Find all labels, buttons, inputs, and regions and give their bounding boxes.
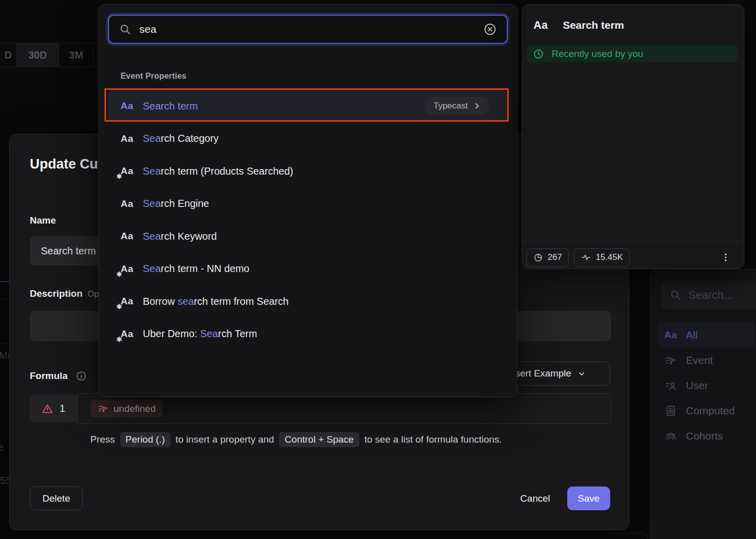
text-type-icon-custom: Aa✱	[121, 329, 136, 340]
event-icon	[664, 354, 678, 366]
cancel-button[interactable]: Cancel	[520, 493, 550, 504]
property-row-search-category[interactable]: Aa Search Category	[108, 123, 508, 155]
custom-property-star: ✱	[117, 336, 122, 343]
custom-property-star: ✱	[117, 303, 122, 310]
search-query: sea	[139, 23, 483, 35]
volume-value: 15.45K	[596, 252, 623, 262]
property-row-search-engine[interactable]: Aa Search Engine	[108, 188, 508, 221]
filter-item-event[interactable]: Event	[658, 348, 755, 373]
filter-label: User	[686, 380, 708, 392]
text-type-icon: Aa	[664, 330, 678, 341]
property-row-search-term-products[interactable]: Aa✱ Search term (Products Searched)	[108, 155, 508, 188]
volume-chip[interactable]: 15.45K	[574, 248, 630, 267]
filter-item-all[interactable]: Aa All	[658, 322, 755, 348]
time-range-3m[interactable]: 3M	[59, 43, 94, 67]
property-label: Search Category	[143, 133, 495, 144]
filter-item-computed[interactable]: Computed	[658, 398, 755, 423]
text-type-icon-custom: Aa✱	[121, 166, 136, 177]
property-filter-sidebar: Search... Aa All Event User	[650, 269, 756, 539]
recently-used-badge: Recently used by you	[526, 45, 737, 62]
modal-title: Update Cu	[30, 156, 98, 172]
name-label: Name	[30, 215, 56, 226]
search-icon	[119, 23, 131, 35]
property-search-input[interactable]: sea	[108, 15, 508, 44]
time-range-bar: D 30D 3M	[0, 43, 98, 67]
property-label: Borrow search term from Search	[143, 296, 495, 307]
typecast-button[interactable]: Typecast	[424, 97, 490, 115]
property-title: Search term	[563, 19, 624, 31]
property-type-filters: Aa All Event User Computed	[658, 322, 755, 449]
modal-footer: Delete Cancel Save	[30, 487, 610, 510]
divider	[522, 241, 744, 242]
filter-label: All	[686, 329, 697, 341]
section-header: Event Properties	[121, 72, 186, 81]
kbd-period: Period (.)	[120, 432, 171, 447]
property-detail-panel: Aa Search term Recently used by you 267 …	[522, 4, 744, 269]
formula-editor[interactable]: undefined	[77, 393, 611, 424]
sidebar-search-input[interactable]: Search...	[662, 281, 756, 309]
property-label: Uber Demo: Search Term	[143, 328, 495, 340]
cardinality-value: 267	[548, 252, 562, 262]
background-panel-edge	[425, 533, 648, 539]
detail-stats-row: 267 15.45K	[526, 245, 733, 270]
clear-search-icon[interactable]	[483, 23, 497, 36]
sidebar-search-placeholder: Search...	[688, 289, 733, 302]
error-count: 1	[60, 403, 65, 414]
property-label: Search Engine	[143, 198, 495, 209]
time-range-7d[interactable]: D	[0, 43, 17, 67]
property-row-search-term[interactable]: Aa Search term Typecast	[108, 90, 508, 123]
text-fragment: e	[0, 442, 4, 453]
computed-icon	[664, 405, 678, 417]
clock-icon	[533, 48, 544, 60]
formula-error-gutter: 1	[30, 395, 77, 422]
property-label: Search term (Products Searched)	[143, 166, 495, 177]
pie-chart-icon	[533, 253, 543, 262]
property-label: Search term	[143, 100, 424, 112]
save-button[interactable]: Save	[567, 487, 610, 510]
kebab-menu-icon[interactable]	[719, 250, 733, 264]
badge-label: Recently used by you	[552, 48, 643, 60]
time-range-30d[interactable]: 30D	[17, 43, 59, 67]
filter-label: Cohorts	[686, 430, 723, 442]
text-type-icon: Aa	[533, 19, 548, 32]
filter-item-user[interactable]: User	[658, 373, 755, 398]
cardinality-chip[interactable]: 267	[526, 248, 569, 267]
text-type-icon: Aa	[121, 100, 136, 112]
kbd-control-space: Control + Space	[279, 432, 359, 447]
formula-token-undefined[interactable]: undefined	[91, 400, 163, 417]
chevron-right-icon	[473, 102, 481, 110]
filter-label: Computed	[686, 405, 735, 417]
text-type-icon: Aa	[121, 133, 136, 144]
activity-icon	[581, 252, 591, 262]
user-icon	[664, 380, 678, 392]
custom-property-star: ✱	[117, 173, 122, 180]
property-row-borrow-search-term[interactable]: Aa✱ Borrow search term from Search	[108, 285, 508, 318]
filter-item-cohorts[interactable]: Cohorts	[658, 423, 755, 449]
text-type-icon: Aa	[121, 231, 136, 242]
typecast-label: Typecast	[434, 101, 468, 111]
property-row-search-term-nn-demo[interactable]: Aa✱ Search term - NN demo	[108, 253, 508, 286]
info-icon[interactable]	[76, 370, 87, 382]
custom-event-icon	[98, 403, 109, 414]
formula-label: Formula	[30, 370, 87, 382]
property-label: Search Keyword	[143, 231, 495, 242]
property-row-uber-demo-search-term[interactable]: Aa✱ Uber Demo: Search Term	[108, 318, 508, 351]
search-icon	[670, 289, 681, 301]
cohorts-icon	[664, 430, 678, 442]
text-type-icon-custom: Aa✱	[121, 263, 136, 275]
app-screen: D 30D 3M May e 55 Search... Aa All Event	[0, 0, 756, 539]
detail-header: Aa Search term	[533, 19, 624, 32]
property-results-list: Aa Search term Typecast Aa Search Catego…	[108, 90, 508, 350]
text-type-icon: Aa	[121, 198, 136, 209]
token-label: undefined	[114, 403, 155, 414]
custom-property-star: ✱	[117, 271, 122, 278]
property-label: Search term - NN demo	[143, 263, 495, 275]
formula-help-text: Press Period (.) to insert a property an…	[90, 432, 502, 447]
text-type-icon-custom: Aa✱	[121, 296, 136, 307]
chevron-down-icon	[577, 369, 586, 378]
delete-button[interactable]: Delete	[30, 487, 83, 510]
filter-label: Event	[686, 354, 713, 366]
property-row-search-keyword[interactable]: Aa Search Keyword	[108, 220, 508, 253]
warning-icon	[42, 403, 53, 414]
property-search-dropdown: sea Event Properties Aa Search term Type…	[98, 4, 517, 397]
